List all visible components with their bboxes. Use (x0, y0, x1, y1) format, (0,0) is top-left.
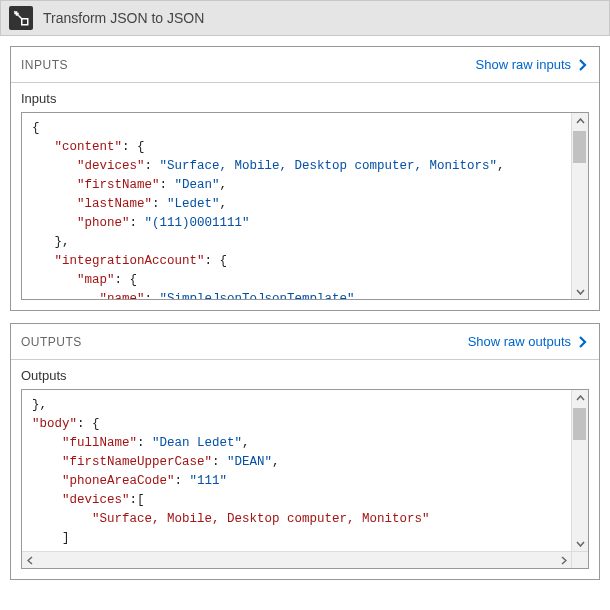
inputs-code-box: { "content": { "devices": "Surface, Mobi… (21, 112, 589, 300)
scroll-thumb[interactable] (573, 131, 586, 163)
inputs-sublabel: Inputs (21, 91, 589, 106)
outputs-vertical-scrollbar[interactable] (571, 390, 588, 551)
inputs-panel-body: Inputs { "content": { "devices": "Surfac… (11, 83, 599, 310)
outputs-panel-header: OUTPUTS Show raw outputs (11, 324, 599, 360)
outputs-horizontal-scrollbar[interactable] (22, 551, 571, 568)
scroll-corner (571, 551, 588, 568)
title-bar: Transform JSON to JSON (0, 0, 610, 36)
chevron-right-icon (577, 335, 589, 349)
inputs-heading: INPUTS (21, 58, 68, 72)
inputs-code-content: { "content": { "devices": "Surface, Mobi… (22, 113, 588, 300)
outputs-heading: OUTPUTS (21, 335, 82, 349)
scroll-thumb[interactable] (573, 408, 586, 440)
outputs-sublabel: Outputs (21, 368, 589, 383)
outputs-code-content: }, "body": { "fullName": "Dean Ledet", "… (22, 390, 588, 554)
transform-icon (9, 6, 33, 30)
svg-rect-0 (22, 19, 28, 25)
scroll-down-icon[interactable] (572, 283, 588, 299)
show-raw-outputs-link[interactable]: Show raw outputs (468, 334, 589, 349)
show-raw-outputs-label: Show raw outputs (468, 334, 571, 349)
content-area: INPUTS Show raw inputs Inputs { "content… (0, 36, 610, 580)
show-raw-inputs-link[interactable]: Show raw inputs (476, 57, 589, 72)
inputs-vertical-scrollbar[interactable] (571, 113, 588, 299)
scroll-left-icon[interactable] (22, 556, 38, 565)
chevron-right-icon (577, 58, 589, 72)
inputs-panel-header: INPUTS Show raw inputs (11, 47, 599, 83)
outputs-code-box: }, "body": { "fullName": "Dean Ledet", "… (21, 389, 589, 569)
title-text: Transform JSON to JSON (43, 10, 204, 26)
outputs-panel-body: Outputs }, "body": { "fullName": "Dean L… (11, 360, 599, 579)
scroll-down-icon[interactable] (572, 535, 588, 551)
scroll-up-icon[interactable] (572, 390, 588, 406)
scroll-right-icon[interactable] (555, 556, 571, 565)
outputs-panel: OUTPUTS Show raw outputs Outputs }, "bod… (10, 323, 600, 580)
inputs-panel: INPUTS Show raw inputs Inputs { "content… (10, 46, 600, 311)
show-raw-inputs-label: Show raw inputs (476, 57, 571, 72)
scroll-up-icon[interactable] (572, 113, 588, 129)
